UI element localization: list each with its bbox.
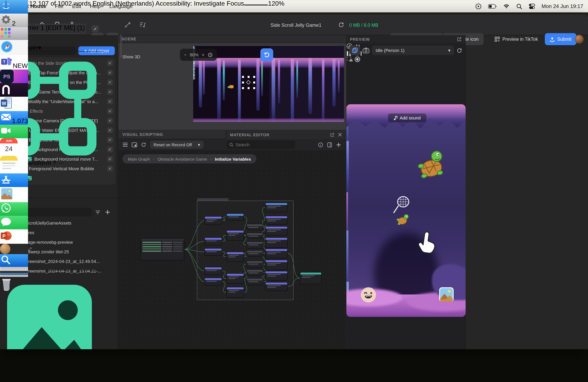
minimized-window-thumbnail[interactable] bbox=[0, 271, 28, 273]
graph-node[interactable] bbox=[204, 216, 222, 225]
visibility-checkbox[interactable]: ✓ bbox=[107, 147, 113, 152]
graph-node[interactable] bbox=[265, 248, 288, 258]
graph-node[interactable] bbox=[246, 278, 263, 285]
graph-node[interactable] bbox=[226, 252, 244, 262]
graph-node[interactable] bbox=[246, 241, 263, 248]
graph-node[interactable] bbox=[204, 267, 222, 275]
camera-icon[interactable] bbox=[362, 47, 370, 54]
graph-node[interactable] bbox=[265, 216, 288, 225]
selection-handle[interactable] bbox=[253, 81, 255, 83]
graph-node[interactable] bbox=[265, 226, 288, 236]
graph-node[interactable] bbox=[246, 269, 263, 276]
dock-icon-powerpoint[interactable]: P bbox=[0, 229, 28, 244]
add-sound-button[interactable]: Add sound bbox=[388, 114, 426, 122]
component-menu-icon[interactable]: ··· bbox=[58, 160, 64, 166]
dock-icon-microsoft-word[interactable]: W bbox=[0, 97, 28, 111]
minimized-window-thumbnail[interactable] bbox=[0, 273, 28, 275]
effects-button[interactable] bbox=[360, 286, 377, 303]
graph-node[interactable] bbox=[265, 271, 288, 281]
capture-crop-icon[interactable] bbox=[346, 56, 353, 62]
graph-node[interactable] bbox=[204, 237, 222, 245]
selection-handle[interactable] bbox=[242, 76, 244, 78]
visibility-checkbox[interactable]: ✓ bbox=[107, 99, 113, 104]
dock-icon-launchpad[interactable] bbox=[0, 27, 28, 40]
visibility-checkbox[interactable]: ✓ bbox=[107, 128, 113, 133]
panel-layout-icon[interactable] bbox=[132, 142, 137, 147]
entity-enabled-checkbox[interactable]: ✓ bbox=[92, 25, 99, 32]
graph-node[interactable] bbox=[226, 287, 244, 298]
selection-handle[interactable] bbox=[248, 76, 250, 78]
graph-node[interactable] bbox=[204, 248, 222, 256]
dock-icon-system-settings[interactable]: 2 bbox=[0, 14, 28, 27]
dock-icon-arc-browser[interactable] bbox=[0, 83, 28, 97]
link-icon[interactable] bbox=[28, 247, 32, 251]
dock-icon-unknown-tan-app[interactable] bbox=[0, 244, 28, 254]
visibility-checkbox[interactable]: ✓ bbox=[107, 118, 113, 123]
inspector-scrollbar[interactable] bbox=[120, 34, 122, 58]
preview-in-tiktok-button[interactable]: Preview in TikTok bbox=[494, 33, 538, 45]
pop-out-icon[interactable] bbox=[457, 37, 462, 41]
user-avatar[interactable] bbox=[575, 35, 584, 43]
graph-node[interactable] bbox=[140, 238, 184, 261]
dock-icon-whatsapp[interactable] bbox=[0, 202, 28, 216]
tools-icon[interactable] bbox=[124, 21, 131, 28]
submit-button[interactable]: Submit bbox=[545, 33, 576, 45]
spotlight-search-icon[interactable] bbox=[516, 3, 522, 9]
dock-icon-app-store[interactable] bbox=[0, 173, 28, 187]
dock-icon-photos[interactable] bbox=[0, 187, 28, 202]
reset-mode-dropdown[interactable]: Reset on Record Off ▾ bbox=[150, 141, 204, 149]
screen-mirroring-icon[interactable] bbox=[475, 3, 482, 9]
close-icon[interactable] bbox=[338, 133, 342, 137]
refresh-icon[interactable] bbox=[141, 142, 147, 148]
audio-list-icon[interactable] bbox=[139, 21, 147, 28]
menu-icon[interactable] bbox=[122, 142, 128, 147]
dock-icon-facetime[interactable] bbox=[0, 125, 28, 138]
upload-button[interactable] bbox=[439, 287, 454, 302]
selection-pivot-handle[interactable] bbox=[246, 80, 251, 85]
camera-mode-dropdown[interactable]: Idle (Person 1) ▾ bbox=[372, 46, 454, 55]
refresh-storage-icon[interactable] bbox=[338, 21, 344, 28]
minimized-window-thumbnail[interactable] bbox=[0, 267, 28, 269]
graph-node[interactable] bbox=[204, 278, 222, 286]
dock-icon-calendar[interactable]: JUN24 bbox=[0, 138, 28, 156]
minimized-window-thumbnail[interactable] bbox=[0, 275, 28, 277]
media-preview-mode-button[interactable] bbox=[350, 46, 360, 55]
zoom-out-button[interactable]: − bbox=[184, 52, 187, 57]
dock-icon-mail[interactable]: 1.073 bbox=[0, 111, 28, 125]
visibility-checkbox[interactable]: ✓ bbox=[107, 166, 113, 172]
battery-icon[interactable] bbox=[488, 3, 497, 9]
node-graph-canvas[interactable]: Main Graph›Obstacle Avoidance Game›Initi… bbox=[118, 150, 346, 349]
graph-node[interactable] bbox=[226, 273, 244, 284]
selection-handle[interactable] bbox=[253, 87, 255, 89]
graph-node[interactable] bbox=[246, 224, 263, 230]
graph-node[interactable] bbox=[226, 213, 244, 221]
wifi-icon[interactable] bbox=[503, 3, 510, 9]
graph-node[interactable] bbox=[265, 260, 288, 270]
dock-icon-messages[interactable] bbox=[0, 216, 28, 229]
menu-clock[interactable]: Mon 24 Jun 19:17 bbox=[542, 3, 583, 9]
visibility-checkbox[interactable]: ✓ bbox=[107, 108, 113, 114]
add-asset-icon[interactable] bbox=[105, 209, 110, 215]
graph-node[interactable] bbox=[265, 203, 288, 212]
visibility-checkbox[interactable]: ✓ bbox=[107, 156, 113, 162]
refresh-preview-icon[interactable] bbox=[456, 47, 462, 53]
reset-camera-button[interactable] bbox=[260, 48, 273, 61]
graph-node[interactable] bbox=[265, 237, 288, 248]
zoom-in-button[interactable]: + bbox=[202, 52, 204, 57]
dock-icon-finder[interactable] bbox=[0, 0, 28, 14]
dock-icon-microsoft-teams[interactable]: TNEW bbox=[0, 55, 28, 70]
graph-node[interactable] bbox=[300, 272, 322, 284]
graph-node[interactable] bbox=[246, 250, 263, 257]
dock-icon-photoshop[interactable]: PS bbox=[0, 70, 28, 83]
show-3d-toggle[interactable]: Show 3D bbox=[122, 54, 140, 59]
dock-icon-notes[interactable] bbox=[0, 156, 28, 173]
help-icon[interactable]: ? bbox=[53, 160, 56, 166]
visibility-checkbox[interactable]: ✓ bbox=[107, 89, 113, 95]
zoom-reset-icon[interactable] bbox=[208, 52, 213, 57]
graph-node[interactable] bbox=[246, 261, 263, 268]
minimized-window-thumbnail[interactable] bbox=[0, 269, 28, 271]
material-editor-search-input[interactable]: Search bbox=[226, 140, 295, 149]
record-screen-icon[interactable] bbox=[355, 56, 361, 62]
info-icon[interactable] bbox=[318, 142, 323, 147]
sidebar-icon[interactable] bbox=[327, 142, 332, 147]
